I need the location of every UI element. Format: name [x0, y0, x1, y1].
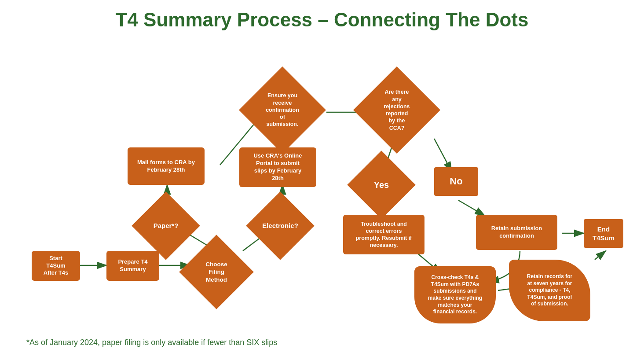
svg-line-13	[458, 200, 485, 216]
node-rejections: Are there any rejections reported by the…	[353, 66, 440, 154]
diagram: Start T4Sum After T4s Prepare T4 Summary…	[18, 35, 626, 334]
node-start: Start T4Sum After T4s	[32, 251, 80, 281]
footnote: *As of January 2024, paper filing is onl…	[18, 338, 626, 347]
page-title: T4 Summary Process – Connecting The Dots	[18, 9, 626, 31]
node-mail: Mail forms to CRA by February 28th	[128, 147, 205, 185]
node-troubleshoot: Troubleshoot and correct errors promptly…	[343, 215, 424, 254]
node-yes: Yes	[347, 151, 416, 219]
node-end: End T4Sum	[584, 219, 623, 248]
svg-line-17	[595, 251, 606, 260]
node-prepare: Prepare T4 Summary	[106, 251, 159, 281]
node-ensure: Ensure you receive confirmation of submi…	[239, 66, 326, 154]
node-retain-records: Retain records for at seven years for co…	[509, 260, 590, 321]
node-electronic: Electronic?	[246, 191, 315, 260]
node-online: Use CRA's Online Portal to submit slips …	[239, 147, 316, 187]
node-choose: Choose Filing Method	[179, 235, 254, 309]
svg-line-11	[434, 139, 452, 172]
node-crosscheck: Cross-check T4s & T4Sum with PD7As submi…	[414, 266, 496, 323]
page: T4 Summary Process – Connecting The Dots	[0, 0, 644, 360]
node-no: No	[434, 167, 478, 196]
node-paper: Paper*?	[132, 191, 200, 260]
node-retain-confirm: Retain submission confirmation	[476, 215, 557, 250]
